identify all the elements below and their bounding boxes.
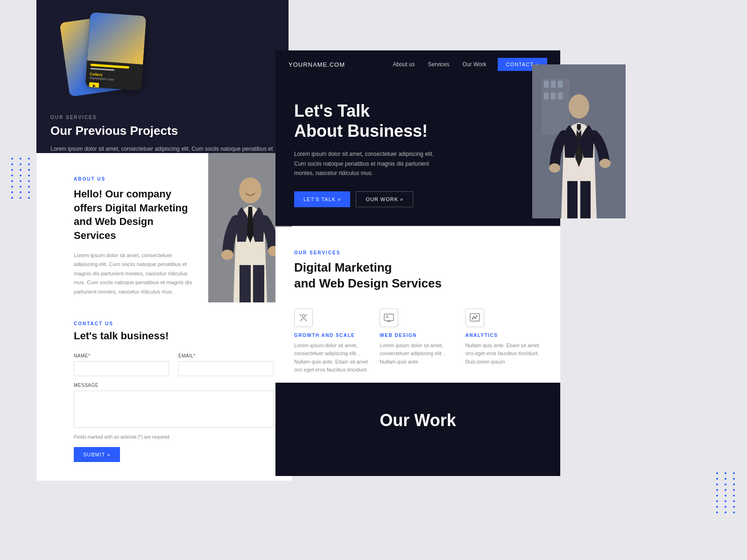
email-field-group: EMAIL* bbox=[178, 353, 274, 376]
email-label: EMAIL* bbox=[178, 353, 274, 358]
hero-card: YOURNAME.COM About us Services Our Work … bbox=[275, 50, 560, 226]
svg-point-9 bbox=[549, 163, 560, 173]
dot-pattern-left bbox=[11, 158, 33, 199]
svg-point-25 bbox=[475, 318, 476, 319]
svg-point-26 bbox=[476, 315, 477, 316]
webdesign-icon bbox=[380, 308, 398, 327]
hero-buttons: LET'S TALK » OUR WORK » bbox=[294, 191, 547, 207]
submit-button[interactable]: SUBMIT » bbox=[74, 447, 120, 462]
svg-point-20 bbox=[302, 315, 305, 317]
webdesign-service-name: WEB DESIGN bbox=[380, 333, 456, 338]
svg-rect-4 bbox=[558, 81, 563, 88]
svg-rect-19 bbox=[253, 265, 264, 302]
svg-point-10 bbox=[599, 159, 611, 168]
our-work-heading: Our Work bbox=[294, 411, 542, 430]
svg-rect-3 bbox=[551, 81, 556, 88]
name-input[interactable] bbox=[74, 361, 169, 376]
form-name-email-row: NAME* EMAIL* bbox=[74, 353, 274, 376]
navbar: YOURNAME.COM About us Services Our Work … bbox=[275, 50, 560, 78]
svg-rect-6 bbox=[551, 92, 556, 99]
message-textarea[interactable] bbox=[74, 391, 274, 428]
about-heading: Hello! Our company offers Digital Market… bbox=[74, 187, 195, 243]
analytics-service-desc: Nullam quis ante. Etiam sit amet orci eg… bbox=[465, 342, 542, 366]
hero-photo bbox=[532, 64, 626, 218]
growth-service-name: GROWTH AND SCALE bbox=[294, 333, 370, 338]
name-field-group: NAME* bbox=[74, 353, 169, 376]
svg-point-8 bbox=[569, 94, 589, 119]
email-input[interactable] bbox=[178, 361, 274, 376]
growth-icon bbox=[294, 308, 313, 327]
our-work-card: Our Work bbox=[275, 383, 560, 476]
contact-card: CONTACT US Let's talk business! NAME* EM… bbox=[36, 302, 292, 481]
hero-lets-talk-button[interactable]: LET'S TALK » bbox=[294, 191, 350, 207]
nav-links: About us Services Our Work bbox=[393, 61, 486, 68]
svg-rect-7 bbox=[558, 92, 563, 99]
form-required-note: Fields marked with an asterisk (*) are r… bbox=[74, 434, 274, 440]
svg-rect-2 bbox=[544, 81, 549, 88]
services-heading: Digital Marketing and Web Design Service… bbox=[294, 260, 542, 292]
nav-logo: YOURNAME.COM bbox=[289, 61, 345, 68]
contact-heading: Let's talk business! bbox=[74, 330, 274, 342]
about-description: Lorem ipsum dolor sit amet, consectetuer… bbox=[74, 251, 195, 297]
hero-our-work-button[interactable]: OUR WORK » bbox=[356, 191, 413, 207]
services-section-label: OUR SERVICES bbox=[294, 250, 542, 255]
svg-rect-12 bbox=[580, 181, 591, 218]
svg-point-24 bbox=[473, 316, 474, 317]
svg-rect-18 bbox=[240, 265, 251, 302]
service-item-webdesign: WEB DESIGN Lorem ipsum dolor sit amet, c… bbox=[380, 308, 456, 374]
service-item-growth: GROWTH AND SCALE Lorem ipsum dolor sit a… bbox=[294, 308, 370, 374]
message-label: MESSAGE bbox=[74, 383, 274, 388]
phone-mockup-front: Collect impressions now ▶ bbox=[85, 12, 147, 91]
service-item-analytics: ANALYTICS Nullam quis ante. Etiam sit am… bbox=[465, 308, 542, 374]
projects-title: Our Previous Projects bbox=[50, 124, 275, 138]
services-grid: GROWTH AND SCALE Lorem ipsum dolor sit a… bbox=[294, 308, 542, 374]
svg-rect-11 bbox=[567, 181, 578, 218]
analytics-service-name: ANALYTICS bbox=[465, 333, 542, 338]
name-label: NAME* bbox=[74, 353, 169, 358]
analytics-icon bbox=[465, 308, 484, 327]
webdesign-service-desc: Lorem ipsum dolor sit amet, consectetuer… bbox=[380, 342, 456, 366]
nav-link-services[interactable]: Services bbox=[428, 61, 450, 68]
svg-rect-5 bbox=[544, 92, 549, 99]
svg-point-16 bbox=[221, 250, 233, 260]
hero-title: Let's Talk About Business! bbox=[294, 101, 547, 141]
nav-link-work[interactable]: Our Work bbox=[463, 61, 486, 68]
svg-point-23 bbox=[472, 318, 473, 319]
growth-service-desc: Lorem ipsum dolor sit amet, consectetuer… bbox=[294, 342, 370, 374]
svg-point-15 bbox=[239, 177, 261, 203]
projects-section-label: OUR SERVICES bbox=[50, 115, 275, 120]
nav-link-about[interactable]: About us bbox=[393, 61, 415, 68]
message-field-group: MESSAGE bbox=[74, 383, 274, 428]
hero-content: Let's Talk About Business! Lorem ipsum d… bbox=[275, 78, 560, 226]
hero-description: Lorem ipsum dolor sit amet, consectetuer… bbox=[294, 149, 444, 178]
contact-section-label: CONTACT US bbox=[74, 321, 274, 326]
services-card: OUR SERVICES Digital Marketing and Web D… bbox=[275, 227, 560, 398]
dot-pattern-right bbox=[716, 472, 738, 513]
